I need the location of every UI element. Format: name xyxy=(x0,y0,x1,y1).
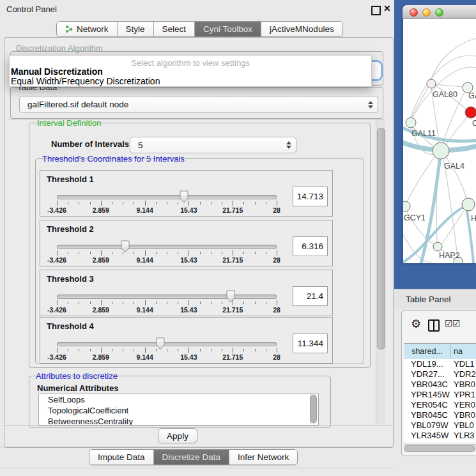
network-window: GAL80GACGAL11GAL4GCY1HHAP2 xyxy=(403,5,476,263)
number-of-intervals-combo[interactable]: 5 xyxy=(130,137,296,153)
node-label: GA xyxy=(468,91,476,100)
divider xyxy=(0,447,394,447)
slider-track[interactable] xyxy=(57,245,277,249)
panel-title: Control Panel xyxy=(6,4,57,14)
network-view-frame: GAL80GACGAL11GAL4GCY1HHAP2 xyxy=(394,0,476,289)
threshold-label: Threshold 2 xyxy=(47,224,94,234)
table-row[interactable]: YBL079WYBL0 xyxy=(404,420,476,431)
numerical-attributes-label: Numerical Attributes xyxy=(37,383,118,393)
table-row[interactable]: YPR145WYPR1 xyxy=(404,390,476,400)
threshold-value-field[interactable]: 14.713 xyxy=(293,187,328,206)
threshold-value-field[interactable]: 11.344 xyxy=(293,334,328,353)
tab-label: Discretize Data xyxy=(162,452,221,462)
slider-tick-labels: -3.4262.8599.14415.4321.71528 xyxy=(57,206,277,213)
table-cell: YPR145W xyxy=(404,390,450,400)
table-cell: YDR2 xyxy=(450,369,476,380)
network-node-GAL11[interactable] xyxy=(406,118,416,128)
mac-minimize-button[interactable] xyxy=(422,8,431,17)
threshold-label: Threshold 3 xyxy=(47,274,94,284)
slider-track[interactable] xyxy=(57,195,277,199)
table-row[interactable]: YER054CYER0 xyxy=(404,400,476,410)
tab-infer-network[interactable]: Infer Network xyxy=(229,450,297,464)
network-node-GAL4[interactable] xyxy=(433,142,449,159)
list-item[interactable]: TopologicalCoefficient xyxy=(39,405,318,416)
table-row[interactable]: YDL19...YDL1 xyxy=(404,359,476,369)
table-row[interactable]: YBR045CYBR0 xyxy=(404,410,476,420)
menu-item-manual-discretization[interactable]: Manual Discretization xyxy=(11,66,103,77)
tab-select[interactable]: Select xyxy=(154,22,196,36)
mac-zoom-button[interactable] xyxy=(435,8,443,17)
attributes-scrollbar[interactable] xyxy=(310,394,316,424)
slider-track[interactable] xyxy=(57,295,277,299)
control-panel-titlebar: Control Panel ✕ xyxy=(0,0,394,18)
network-node-HAP2[interactable] xyxy=(433,242,442,251)
table-data-combo[interactable]: galFiltered.sif default node xyxy=(19,96,378,113)
threshold-value-field[interactable]: 21.4 xyxy=(293,286,328,306)
table-panel-widget: ⚙ ☑ ☑ shared... na YDL19...YDL1YDR27...Y… xyxy=(401,311,476,456)
tab-network[interactable]: Network xyxy=(57,22,118,36)
list-item[interactable]: SelfLoops xyxy=(39,394,318,405)
node-label: GAL80 xyxy=(433,90,457,99)
table-cell: YLR345W xyxy=(404,431,450,441)
scrollbar-thumb[interactable] xyxy=(404,445,475,452)
table-cell: YER0 xyxy=(450,400,476,410)
table-cell: YBR0 xyxy=(450,410,476,420)
top-tab-bar: Network Style Select Cyni Toolbox jActiv… xyxy=(56,21,343,37)
table-row[interactable]: YIL052CYIL0 xyxy=(404,441,476,442)
table-row[interactable]: YLR345WYLR3 xyxy=(404,431,476,441)
scrollbar-thumb[interactable] xyxy=(310,395,317,423)
table-cell: YER054C xyxy=(404,400,450,410)
table-cell: YDL1 xyxy=(450,359,476,369)
column-header-name[interactable]: na xyxy=(451,344,476,359)
close-icon[interactable]: ✕ xyxy=(383,3,391,13)
tab-label: Style xyxy=(126,24,145,34)
slider-ticks xyxy=(57,201,277,206)
settings-scrollbar[interactable] xyxy=(376,119,385,424)
node-label: C xyxy=(472,119,476,128)
tab-cyni-toolbox[interactable]: Cyni Toolbox xyxy=(195,22,261,36)
network-icon xyxy=(65,25,73,33)
threshold-value-field[interactable]: 6.316 xyxy=(293,236,328,256)
tab-impute-data[interactable]: Impute Data xyxy=(89,450,154,464)
gear-icon[interactable]: ⚙ xyxy=(411,317,421,331)
table-hscrollbar[interactable] xyxy=(404,444,476,452)
network-node-red-node[interactable] xyxy=(465,107,476,118)
screen: Control Panel ✕ Network Style Select Cyn… xyxy=(0,0,476,476)
stepper-icon xyxy=(286,141,291,149)
discretization-algorithm-title: Discretization Algorithm xyxy=(14,43,105,53)
mac-close-button[interactable] xyxy=(410,8,418,17)
column-header-shared[interactable]: shared... xyxy=(404,344,451,359)
slider-track[interactable] xyxy=(57,342,277,346)
table-cell: YBR045C xyxy=(404,410,450,420)
divider xyxy=(4,425,392,426)
table-cell: YBL0 xyxy=(450,420,476,431)
menu-item-equal-width-frequency[interactable]: Equal Width/Frequency Discretization xyxy=(11,76,160,86)
tab-label: Select xyxy=(162,24,187,34)
network-node-H-node[interactable] xyxy=(462,198,475,211)
split-columns-icon[interactable] xyxy=(428,319,440,332)
checkbox-icon[interactable]: ☑ xyxy=(452,318,461,328)
node-label: GAL11 xyxy=(411,129,436,138)
undock-icon[interactable] xyxy=(371,6,381,15)
threshold-label: Threshold 4 xyxy=(47,321,94,331)
slider-tick-labels: -3.4262.8599.14415.4321.71528 xyxy=(57,256,277,263)
network-window-titlebar[interactable] xyxy=(403,5,476,19)
thresholds-group-title: Threshold's Coordinates for 5 Intervals xyxy=(40,154,187,164)
tab-style[interactable]: Style xyxy=(118,22,154,36)
tab-jactivemnodules[interactable]: jActiveMNodules xyxy=(261,22,342,36)
table-row[interactable]: YBR043CYBR0 xyxy=(404,380,476,390)
tab-label: jActiveMNodules xyxy=(270,24,334,34)
apply-button[interactable]: Apply xyxy=(158,428,197,443)
scrollbar-thumb[interactable] xyxy=(377,128,385,349)
checkbox-icon[interactable]: ☑ xyxy=(445,318,453,328)
tab-discretize-data[interactable]: Discretize Data xyxy=(154,450,230,464)
network-node-GAL80[interactable] xyxy=(427,79,436,88)
numerical-attributes-list[interactable]: SelfLoopsTopologicalCoefficientBetweenne… xyxy=(38,394,319,426)
tab-label: Network xyxy=(77,24,109,34)
network-node-GCY1[interactable] xyxy=(403,201,410,211)
slider-tick-labels: -3.4262.8599.14415.4321.71528 xyxy=(57,306,277,313)
table-row[interactable]: YDR27...YDR2 xyxy=(404,369,476,380)
table-cell: YBR043C xyxy=(404,380,450,390)
table-cell: YIL0 xyxy=(450,441,476,442)
network-canvas[interactable]: GAL80GACGAL11GAL4GCY1HHAP2 xyxy=(403,19,476,263)
